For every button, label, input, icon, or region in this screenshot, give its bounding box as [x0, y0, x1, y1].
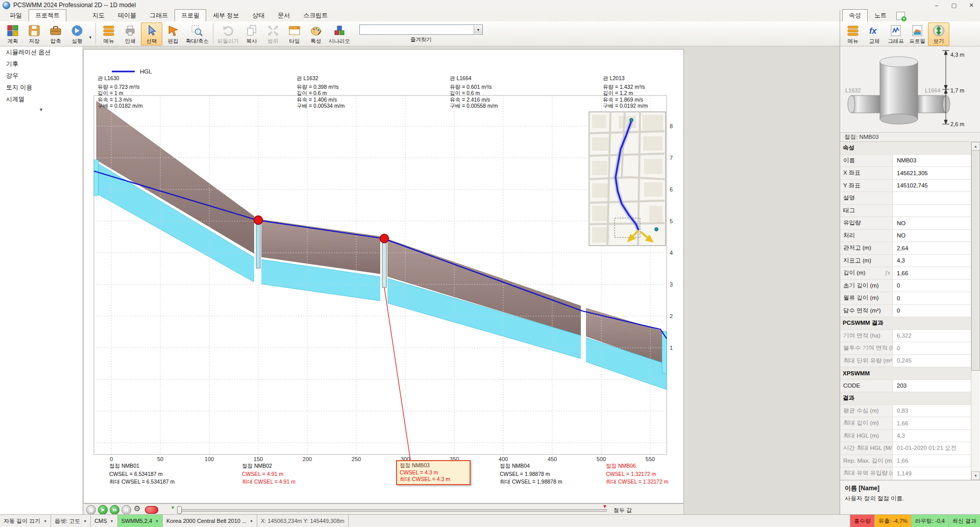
status-engine[interactable]: SWMM5,2,4▼ [118, 515, 163, 527]
undo-button[interactable]: 되돌리기 [215, 22, 241, 45]
scroll-down-icon[interactable]: ▼ [971, 471, 980, 480]
save-button[interactable]: 저장 [23, 22, 45, 45]
tab-project[interactable]: 프로젝트 [29, 9, 66, 21]
view-button[interactable]: 보기 [928, 22, 949, 46]
manhole-shaft-nmb03[interactable] [382, 239, 386, 288]
tab-file[interactable]: 파일 [3, 9, 29, 21]
play-button[interactable] [98, 505, 108, 515]
tab-status[interactable]: 상태 [246, 9, 271, 21]
status-offset[interactable]: 옵셋: 고도▼ [51, 515, 91, 527]
scroll-up-icon[interactable]: ▲ [971, 142, 980, 151]
property-row[interactable]: Y 좌표145102,745 [840, 180, 971, 193]
replace-fx-button[interactable]: fx 교체 [864, 22, 885, 46]
flood-marker-nmb02[interactable] [254, 216, 263, 225]
status-routing-error-badge[interactable]: 라우팅: -0,4 [912, 515, 949, 527]
property-row[interactable]: Rep. Max. 깊이 (m)1,66 [840, 455, 971, 468]
property-row[interactable]: 태그 [840, 205, 971, 218]
playback-settings-gear-icon[interactable]: ⚙ [134, 504, 140, 513]
tab-graph[interactable]: 그래프 [143, 9, 175, 21]
status-auto-length[interactable]: 자동 길이 끄기▼ [0, 515, 51, 527]
tab-profile[interactable]: 프로필 [175, 9, 206, 21]
print-button[interactable]: 인쇄 [119, 22, 141, 45]
property-grid-scrollbar[interactable]: ▲ ▼ [971, 142, 979, 480]
tab-notes[interactable]: 노트 [868, 9, 893, 21]
rp-profile-button[interactable]: 프로필 [906, 22, 928, 46]
sidebar-item-rainfall[interactable]: 강우 [0, 70, 82, 82]
node-label-nmb06[interactable]: 절점 NMB06 CWSEL = 1.32172 m 최대 CWSEL = 1.… [606, 462, 703, 486]
sidebar-item-landuse[interactable]: 토지 이용 [0, 82, 82, 93]
extent-button[interactable]: 범위 [262, 22, 284, 45]
scenario-button[interactable]: 시나리오 [327, 22, 352, 45]
status-latest-results-badge[interactable]: 최신 결과 [949, 515, 980, 527]
sidebar-item-climate[interactable]: 기후 [0, 58, 82, 70]
scrollbar-thumb[interactable] [971, 150, 980, 371]
favorites-combobox[interactable]: ▼ [359, 25, 483, 35]
favorites-caret-icon[interactable]: ▼ [474, 26, 482, 34]
property-row[interactable]: 담수 면적 (m²)0 [840, 305, 971, 318]
properties-button[interactable]: 특성 [305, 22, 327, 45]
record-stop-button[interactable] [145, 506, 158, 514]
add-note-icon[interactable]: + [896, 12, 905, 20]
property-row[interactable]: 최대 유역 유입량 (m1,149 [840, 467, 971, 480]
property-row[interactable]: 최대 단위 유량 (m³/0,245 [840, 355, 971, 368]
rp-graph-button[interactable]: 그래프 [885, 22, 906, 46]
status-flooding-badge[interactable]: 홍수량 [850, 515, 875, 527]
profile-chart-panel[interactable]: HGL 050 100150 200250 300350 400450 5005… [83, 49, 684, 504]
tab-map[interactable]: 지도 [86, 9, 111, 21]
tab-details[interactable]: 세부 정보 [206, 9, 246, 21]
status-runoff-error-badge[interactable]: 유출: -4,7% [875, 515, 912, 527]
property-row-depth[interactable]: 깊이 (m)ƒx1,66 [840, 267, 971, 280]
property-row[interactable]: 기여 면적 (ha)6,322 [840, 330, 971, 343]
run-button[interactable]: 실행 [66, 22, 88, 45]
sidebar-item-timeseries[interactable]: 시계열 [0, 93, 82, 105]
step-back-button[interactable] [86, 505, 96, 515]
status-units[interactable]: CMS▼ [91, 515, 117, 527]
close-button[interactable]: ✕ [963, 1, 980, 10]
sidebar-expander-icon[interactable]: ▼ [0, 105, 82, 112]
flood-marker-nmb03[interactable] [380, 234, 389, 243]
node-label-nmb04[interactable]: 절점 NMB04 CWSEL = 1.98878 m 최대 CWSEL = 1.… [500, 462, 597, 486]
plan-button[interactable]: 계획 [2, 22, 23, 45]
select-button[interactable]: 선택 [141, 22, 162, 45]
property-row[interactable]: 처리NO [840, 230, 971, 243]
time-slider-track[interactable] [178, 509, 607, 512]
profile-chart[interactable]: HGL 050 100150 200250 300350 400450 5005… [84, 50, 683, 503]
property-row[interactable]: 관저고 (m)2,64 [840, 242, 971, 255]
node-label-nmb03-selected[interactable]: 절점 NMB03 CWSEL = 4.3 m 최대 CWSEL = 4.3 m [396, 460, 471, 485]
property-row[interactable]: 월류 깊이 (m)0 [840, 292, 971, 305]
zoom-button[interactable]: 확대/축소 [184, 22, 211, 45]
tab-script[interactable]: 스크립트 [297, 9, 334, 21]
property-row[interactable]: X 좌표145621,305 [840, 167, 971, 180]
time-slider-handle[interactable] [177, 506, 182, 514]
property-row[interactable]: 최대 HGL (m)4,3 [840, 430, 971, 443]
fx-formula-icon[interactable]: ƒx [885, 270, 890, 276]
status-projection[interactable]: Korea 2000 Central Belt 2010 ...▼ [163, 515, 257, 527]
property-row[interactable]: 불투수 기여 면적 (ha0 [840, 342, 971, 355]
tile-button[interactable]: 타일 [284, 22, 305, 45]
property-row[interactable]: 지표고 (m)4,3 [840, 255, 971, 268]
rp-menu-button[interactable]: 메뉴 [842, 22, 864, 46]
menu-button[interactable]: 메뉴 [98, 22, 119, 45]
property-row[interactable]: 초기 깊이 (m)0 [840, 280, 971, 293]
property-row[interactable]: 최대 깊이 (m)1,66 [840, 417, 971, 430]
property-row[interactable]: 이름NMB03 [840, 155, 971, 167]
property-row[interactable]: CODE203 [840, 380, 971, 393]
minimize-button[interactable]: – [928, 1, 945, 10]
property-row[interactable]: 시간 최대 HGL (M/D01-01-2020 01:21 오전 [840, 442, 971, 455]
fast-forward-button[interactable] [110, 505, 119, 515]
compress-button[interactable]: 압축 [45, 22, 66, 45]
tab-document[interactable]: 문서 [271, 9, 297, 21]
map-inset[interactable] [589, 112, 666, 246]
sidebar-item-simulation-options[interactable]: 시뮬레이션 옵션 [0, 46, 82, 58]
node-label-nmb02[interactable]: 절점 NMB02 CWSEL = 4.91 m 최대 CWSEL = 4.91 … [242, 462, 339, 486]
manhole-shaft-nmb02[interactable] [256, 221, 260, 268]
maximize-button[interactable]: ▢ [945, 1, 963, 10]
node-label-nmb01[interactable]: 절점 NMB01 CWSEL = 6.534187 m 최대 CWSEL = 6… [109, 462, 206, 486]
property-row[interactable]: 유입량NO [840, 217, 971, 230]
tab-properties[interactable]: 속성 [842, 9, 868, 21]
property-row[interactable]: 설명 [840, 192, 971, 205]
edit-button[interactable]: 편집 [162, 22, 184, 45]
property-row[interactable]: 평균 수심 (m)0,83 [840, 405, 971, 418]
copy-button[interactable]: 복사 [241, 22, 262, 45]
tab-table[interactable]: 테이블 [111, 9, 143, 21]
